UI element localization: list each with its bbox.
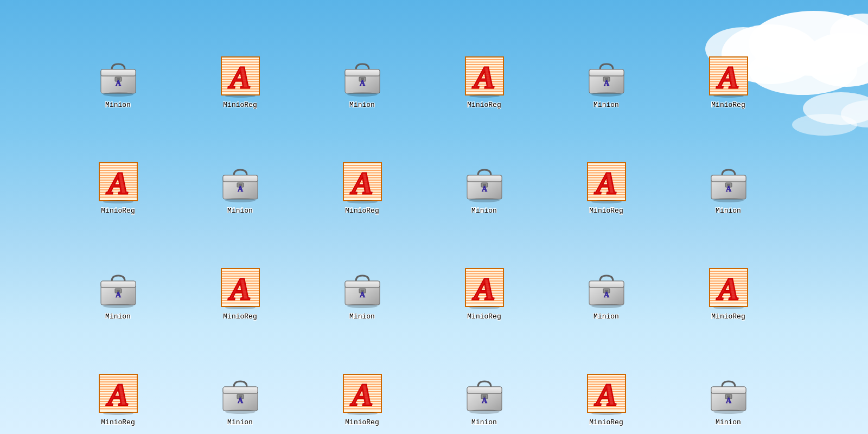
icon-item-18[interactable]: A A MinioReg — [69, 339, 167, 431]
svg-text:A: A — [115, 291, 121, 299]
svg-rect-62 — [589, 69, 624, 76]
icon-item-22[interactable]: A A MinioReg — [558, 339, 655, 431]
svg-point-261 — [103, 412, 133, 415]
svg-text:A: A — [228, 60, 251, 95]
icon-item-0[interactable]: A Minion — [69, 22, 167, 114]
icon-label: MinioReg — [101, 207, 135, 215]
font-icon: A A — [707, 266, 750, 309]
briefcase-icon: A — [341, 54, 384, 98]
svg-text:A: A — [359, 79, 365, 87]
icon-label: MinioReg — [467, 312, 501, 321]
desktop-grid: A Minion A A MinioReg — [0, 0, 868, 434]
icon-label: MinioReg — [345, 207, 379, 215]
font-icon: A A — [463, 266, 506, 309]
icon-label: Minion — [227, 418, 253, 427]
icon-item-20[interactable]: A A MinioReg — [314, 339, 411, 431]
icon-item-19[interactable]: A Minion — [192, 339, 289, 431]
briefcase-icon: A — [463, 160, 506, 203]
svg-text:A: A — [472, 60, 495, 95]
font-icon: A A — [585, 372, 628, 415]
icon-label: Minion — [471, 418, 497, 427]
svg-point-131 — [347, 200, 378, 203]
icon-item-11[interactable]: A Minion — [680, 127, 777, 220]
icon-item-1[interactable]: A A MinioReg — [192, 22, 289, 114]
svg-point-197 — [347, 304, 378, 308]
svg-point-164 — [713, 198, 744, 202]
svg-text:A: A — [237, 397, 243, 405]
svg-text:A: A — [594, 165, 617, 201]
svg-text:A: A — [106, 165, 129, 201]
icon-label: MinioReg — [101, 418, 135, 427]
svg-point-41 — [347, 92, 378, 97]
svg-point-138 — [469, 198, 500, 202]
icon-item-15[interactable]: A A MinioReg — [436, 233, 533, 326]
icon-item-17[interactable]: A A MinioReg — [680, 233, 777, 326]
font-icon: A A — [341, 160, 384, 203]
svg-point-112 — [225, 198, 256, 202]
svg-rect-159 — [711, 175, 746, 182]
font-icon: A A — [341, 372, 384, 415]
icon-label: MinioReg — [589, 207, 623, 215]
briefcase-icon: A — [341, 266, 384, 309]
icon-item-14[interactable]: A Minion — [314, 233, 411, 326]
icon-item-8[interactable]: A A MinioReg — [314, 127, 411, 220]
icon-label: Minion — [227, 207, 253, 215]
svg-text:A: A — [106, 377, 129, 412]
icon-item-13[interactable]: A A MinioReg — [192, 233, 289, 326]
icon-item-9[interactable]: A Minion — [436, 127, 533, 220]
icon-item-4[interactable]: A Minion — [558, 22, 655, 114]
briefcase-icon: A — [219, 160, 262, 203]
font-icon: A A — [97, 160, 140, 203]
icon-item-23[interactable]: A Minion — [680, 339, 777, 431]
icon-item-5[interactable]: A A MinioReg — [680, 22, 777, 114]
svg-rect-218 — [589, 281, 624, 288]
svg-point-157 — [591, 200, 622, 203]
svg-rect-289 — [467, 387, 502, 393]
icon-item-3[interactable]: A A MinioReg — [436, 22, 533, 114]
icon-label: MinioReg — [589, 418, 623, 427]
icon-label: Minion — [471, 207, 497, 215]
svg-text:A: A — [359, 291, 365, 299]
svg-point-105 — [103, 200, 133, 203]
svg-point-216 — [469, 306, 500, 309]
briefcase-icon: A — [463, 372, 506, 415]
briefcase-icon: A — [585, 266, 628, 309]
svg-text:A: A — [716, 60, 739, 95]
icon-item-2[interactable]: A Minion — [314, 22, 411, 114]
icon-label: MinioReg — [223, 101, 257, 110]
svg-text:A: A — [594, 377, 617, 412]
svg-point-320 — [713, 410, 744, 414]
svg-point-190 — [225, 306, 256, 309]
briefcase-icon: A — [707, 160, 750, 203]
icon-label: MinioReg — [345, 418, 379, 427]
briefcase-icon: A — [707, 372, 750, 415]
font-icon: A A — [585, 160, 628, 203]
svg-point-34 — [225, 94, 256, 98]
icon-item-12[interactable]: A Minion — [69, 233, 167, 326]
svg-text:A: A — [716, 271, 739, 307]
icon-label: Minion — [716, 418, 741, 427]
icon-label: Minion — [349, 101, 375, 110]
icon-label: MinioReg — [467, 101, 501, 110]
svg-text:A: A — [228, 271, 251, 307]
icon-item-7[interactable]: A Minion — [192, 127, 289, 220]
svg-rect-166 — [101, 281, 136, 288]
icon-label: Minion — [105, 101, 131, 110]
icon-label: Minion — [593, 101, 619, 110]
icon-label: MinioReg — [711, 101, 745, 110]
svg-point-60 — [469, 94, 500, 98]
icon-item-21[interactable]: A Minion — [436, 339, 533, 431]
svg-text:A: A — [115, 79, 121, 87]
icon-label: Minion — [716, 207, 741, 215]
icon-item-10[interactable]: A A MinioReg — [558, 127, 655, 220]
font-icon: A A — [97, 372, 140, 415]
font-icon: A A — [219, 54, 262, 98]
svg-rect-315 — [711, 387, 746, 393]
icon-item-16[interactable]: A Minion — [558, 233, 655, 326]
briefcase-icon: A — [219, 372, 262, 415]
svg-point-294 — [469, 410, 500, 414]
icon-label: Minion — [105, 312, 131, 321]
icon-item-6[interactable]: A A MinioReg — [69, 127, 167, 220]
icon-label: MinioReg — [223, 312, 257, 321]
svg-text:A: A — [603, 291, 609, 299]
